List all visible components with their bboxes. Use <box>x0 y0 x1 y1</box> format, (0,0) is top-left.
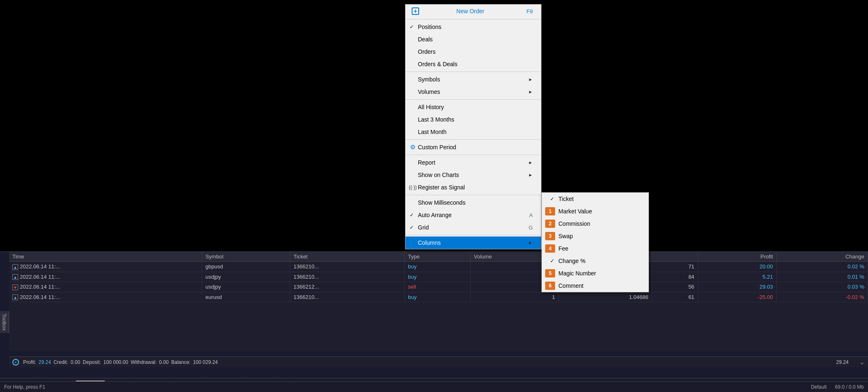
menu-item-label: Register as Signal <box>418 184 465 191</box>
cell-ticket: 1366212... <box>290 282 405 292</box>
submenu-item-swap[interactable]: 3Swap <box>542 230 649 242</box>
status-bar: + Profit: 29.24 Credit: 0.00 Deposit: 10… <box>9 356 868 367</box>
menu-item-label: Deals <box>418 36 433 43</box>
menu-item-auto-arrange[interactable]: ✓Auto ArrangeA <box>405 209 541 221</box>
cell-time: ▼2022.06.14 11:... <box>9 282 202 292</box>
cell-type: buy <box>405 262 471 272</box>
submenu-item-change-percent[interactable]: ✓Change % <box>542 255 649 267</box>
menu-item-last-month[interactable]: Last Month <box>405 126 541 138</box>
col-header-symbol: Symbol <box>202 252 290 262</box>
cell-time: ▲2022.06.14 11:... <box>9 292 202 302</box>
menu-item-show-milliseconds[interactable]: Show Milliseconds <box>405 196 541 209</box>
menu-item-deals[interactable]: Deals <box>405 33 541 45</box>
menu-item-last-3-months[interactable]: Last 3 Months <box>405 113 541 126</box>
submenu-badge: 5 <box>545 269 555 277</box>
credit-value: 0.00 <box>71 359 80 365</box>
profit-label: Profit: <box>23 359 36 365</box>
submenu-item-magic-number[interactable]: 5Magic Number <box>542 267 649 280</box>
menu-item-positions[interactable]: ✓Positions <box>405 21 541 33</box>
menu-item-grid[interactable]: ✓GridG <box>405 221 541 234</box>
col-header-change: Change <box>777 252 868 262</box>
menu-item-label: Orders & Deals <box>418 61 458 67</box>
bottom-status: For Help, press F1 Default 69.0 / 0.0 Mb <box>0 381 868 392</box>
submenu-check-icon: ✓ <box>550 196 554 202</box>
cell-change: 0.01 % <box>777 272 868 282</box>
cell-type: buy <box>405 272 471 282</box>
submenu-badge: 6 <box>545 282 555 290</box>
toolbox-tab[interactable]: Toolbox <box>0 311 9 333</box>
table-row[interactable]: ▼2022.06.14 11:... usdjpy 1366212... sel… <box>9 282 868 292</box>
menu-item-volumes[interactable]: Volumes► <box>405 86 541 98</box>
cell-ticket: 1366210... <box>290 292 405 302</box>
submenu-item-market-value[interactable]: 1Market Value <box>542 205 649 218</box>
cell-profit: 29.03 <box>698 282 776 292</box>
menu-check-icon: ✓ <box>410 24 414 30</box>
cell-ticket: 1366210... <box>290 262 405 272</box>
submenu-badge: 4 <box>545 244 555 253</box>
menu-item-label: Custom Period <box>418 144 456 151</box>
cell-type: buy <box>405 292 471 302</box>
menu-separator <box>405 72 541 72</box>
menu-item-label: Report <box>418 159 435 166</box>
menu-item-orders-deals[interactable]: Orders & Deals <box>405 58 541 70</box>
cell-ce: 61 <box>652 292 698 302</box>
menu-item-all-history[interactable]: All History <box>405 101 541 113</box>
menu-item-label: All History <box>418 104 444 110</box>
submenu-item-comment[interactable]: 6Comment <box>542 280 649 292</box>
menu-item-new-order[interactable]: +New OrderF9 <box>405 5 541 18</box>
gear-icon: ⚙ <box>409 143 416 151</box>
default-text: Default <box>811 384 827 390</box>
table-container: Time Symbol Ticket Type Volume Price Pro… <box>9 252 868 351</box>
submenu-item-label: Swap <box>558 233 573 239</box>
table-row[interactable]: ▲2022.06.14 11:... gbpusd 1366210... buy… <box>9 262 868 272</box>
menu-item-show-on-charts[interactable]: Show on Charts► <box>405 169 541 181</box>
submenu-item-label: Magic Number <box>558 270 596 277</box>
menu-separator <box>405 19 541 19</box>
submenu-arrow-icon: ► <box>528 77 533 82</box>
menu-shortcut: F9 <box>527 8 533 14</box>
cell-symbol: eurusd <box>202 292 290 302</box>
menu-item-custom-period[interactable]: ⚙Custom Period <box>405 141 541 153</box>
menu-separator <box>405 235 541 235</box>
col-header-ticket: Ticket <box>290 252 405 262</box>
balance-label: Balance: <box>171 359 191 365</box>
submenu-item-label: Commission <box>558 220 590 227</box>
table-body: ▲2022.06.14 11:... gbpusd 1366210... buy… <box>9 262 868 302</box>
submenu-item-commission[interactable]: 2Commission <box>542 218 649 230</box>
cell-volume: 1 <box>470 292 558 302</box>
submenu-item-label: Fee <box>558 245 568 252</box>
scroll-down-icon: ⌄ <box>859 358 865 366</box>
submenu-item-label: Comment <box>558 282 584 289</box>
menu-item-orders[interactable]: Orders <box>405 45 541 58</box>
withdrawal-label: Withdrawal: <box>131 359 157 365</box>
cell-type: sell <box>405 282 471 292</box>
menu-item-label: Positions <box>418 24 441 30</box>
table-row[interactable]: ▲2022.06.14 11:... eurusd 1366210... buy… <box>9 292 868 302</box>
menu-item-label: Columns <box>418 239 441 246</box>
new-order-plus-icon: + <box>412 7 419 15</box>
menu-item-symbols[interactable]: Symbols► <box>405 73 541 86</box>
submenu-item-label: Ticket <box>558 196 574 202</box>
menu-shortcut: A <box>529 212 533 218</box>
menu-item-columns[interactable]: Columns► <box>405 237 541 249</box>
menu-item-label: Show Milliseconds <box>418 199 465 206</box>
menu-item-label: Last Month <box>418 129 446 135</box>
submenu-badge: 2 <box>545 220 555 228</box>
cell-change: 0.02 % <box>777 262 868 272</box>
credit-label: Credit: <box>53 359 68 365</box>
menu-separator <box>405 195 541 195</box>
submenu-item-ticket[interactable]: ✓Ticket <box>542 193 649 205</box>
menu-item-register-signal[interactable]: ((·))Register as Signal <box>405 181 541 194</box>
signal-icon: ((·)) <box>409 184 417 190</box>
menu-item-label: Last 3 Months <box>418 116 454 123</box>
table-row[interactable]: ▲2022.06.14 11:... usdjpy 1366210... buy… <box>9 272 868 282</box>
menu-item-report[interactable]: Report► <box>405 156 541 169</box>
cell-symbol: usdjpy <box>202 272 290 282</box>
positions-table: Time Symbol Ticket Type Volume Price Pro… <box>9 252 868 302</box>
row-type-icon: ▼ <box>12 284 18 290</box>
profit-circle-icon: + <box>12 359 19 366</box>
menu-check-icon: ✓ <box>410 212 414 218</box>
submenu-item-fee[interactable]: 4Fee <box>542 242 649 255</box>
col-header-profit: Profit <box>698 252 776 262</box>
submenu-badge: 1 <box>545 207 555 215</box>
